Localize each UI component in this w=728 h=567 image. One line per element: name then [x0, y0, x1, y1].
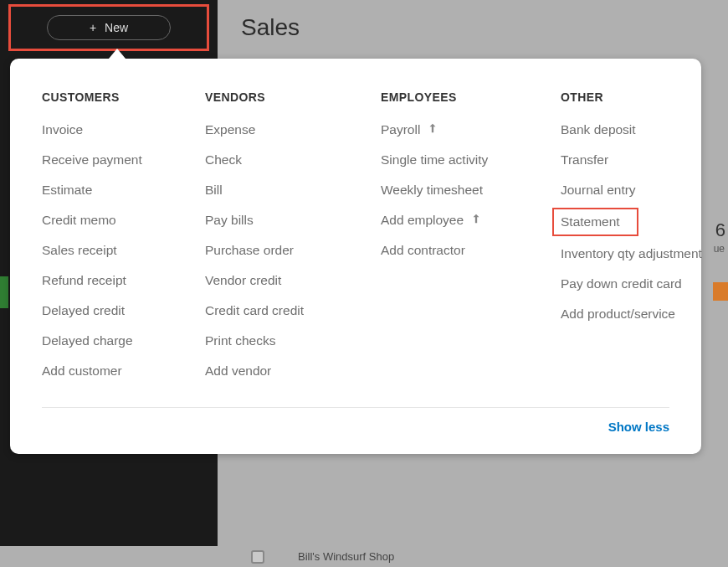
- menu-item-refund-receipt[interactable]: Refund receipt: [42, 273, 188, 288]
- column-heading-vendors: VENDORS: [205, 90, 364, 104]
- menu-item-credit-card-credit[interactable]: Credit card credit: [205, 303, 364, 318]
- menu-item-label: Add contractor: [381, 243, 465, 258]
- column-employees: EMPLOYEES PayrollSingle time activityWee…: [381, 90, 544, 379]
- menu-item-label: Print checks: [205, 333, 275, 348]
- menu-item-label: Check: [205, 152, 242, 168]
- page-header: Sales: [218, 0, 728, 55]
- menu-item-label: Credit memo: [42, 213, 116, 228]
- menu-item-label: Add employee: [381, 213, 464, 228]
- sidebar-header: + New: [0, 0, 218, 55]
- menu-item-label: Bill: [205, 183, 223, 198]
- menu-item-receive-payment[interactable]: Receive payment: [42, 152, 188, 168]
- menu-item-label: Sales receipt: [42, 243, 117, 258]
- column-customers: CUSTOMERS InvoiceReceive paymentEstimate…: [42, 90, 188, 379]
- panel-divider: [42, 407, 669, 408]
- menu-item-check[interactable]: Check: [205, 152, 364, 168]
- menu-item-label: Add product/service: [561, 307, 675, 322]
- menu-item-label: Payroll: [381, 122, 420, 137]
- sidebar-accent: [0, 276, 8, 308]
- menu-item-label: Vendor credit: [205, 273, 281, 288]
- checkbox[interactable]: [251, 550, 264, 564]
- column-heading-other: OTHER: [561, 90, 720, 104]
- menu-item-label: Expense: [205, 122, 255, 137]
- new-transaction-panel: CUSTOMERS InvoiceReceive paymentEstimate…: [10, 59, 701, 454]
- arrow-up-icon: [470, 213, 482, 228]
- menu-item-payroll[interactable]: Payroll: [381, 122, 544, 137]
- menu-item-statement[interactable]: Statement: [552, 208, 638, 236]
- menu-item-label: Weekly timesheet: [381, 183, 483, 198]
- column-other: OTHER Bank depositTransferJournal entryS…: [561, 90, 720, 379]
- menu-item-add-vendor[interactable]: Add vendor: [205, 363, 364, 379]
- menu-item-bank-deposit[interactable]: Bank deposit: [561, 122, 720, 137]
- menu-item-label: Estimate: [42, 183, 92, 198]
- menu-item-label: Add vendor: [205, 363, 271, 379]
- page-title: Sales: [241, 14, 300, 41]
- menu-item-label: Statement: [561, 214, 620, 229]
- menu-item-sales-receipt[interactable]: Sales receipt: [42, 243, 188, 258]
- menu-item-expense[interactable]: Expense: [205, 122, 364, 137]
- arrow-up-icon: [427, 122, 438, 137]
- menu-item-pay-down-credit-card[interactable]: Pay down credit card: [561, 276, 720, 291]
- menu-item-label: Single time activity: [381, 152, 488, 168]
- new-button-highlight-box: [8, 4, 209, 51]
- menu-item-purchase-order[interactable]: Purchase order: [205, 243, 364, 258]
- menu-item-add-contractor[interactable]: Add contractor: [381, 243, 544, 258]
- menu-item-label: Receive payment: [42, 152, 142, 168]
- bottom-text-1: Bill's Windsurf Shop: [298, 550, 394, 563]
- menu-item-add-product-service[interactable]: Add product/service: [561, 307, 720, 322]
- panel-caret-icon: [109, 49, 126, 59]
- menu-item-label: Refund receipt: [42, 273, 126, 288]
- menu-item-vendor-credit[interactable]: Vendor credit: [205, 273, 364, 288]
- panel-columns: CUSTOMERS InvoiceReceive paymentEstimate…: [42, 90, 669, 379]
- column-vendors: VENDORS ExpenseCheckBillPay billsPurchas…: [205, 90, 364, 379]
- menu-item-label: Delayed credit: [42, 303, 125, 318]
- menu-item-single-time-activity[interactable]: Single time activity: [381, 152, 544, 168]
- menu-item-label: Pay down credit card: [561, 276, 682, 291]
- menu-item-label: Transfer: [561, 152, 608, 168]
- menu-item-delayed-credit[interactable]: Delayed credit: [42, 303, 188, 318]
- menu-item-label: Inventory qty adjustment: [561, 246, 702, 261]
- menu-item-invoice[interactable]: Invoice: [42, 122, 188, 137]
- menu-item-add-employee[interactable]: Add employee: [381, 213, 544, 228]
- menu-item-bill[interactable]: Bill: [205, 183, 364, 198]
- menu-item-label: Purchase order: [205, 243, 294, 258]
- menu-item-pay-bills[interactable]: Pay bills: [205, 213, 364, 228]
- menu-item-label: Credit card credit: [205, 303, 304, 318]
- menu-item-delayed-charge[interactable]: Delayed charge: [42, 333, 188, 348]
- menu-item-label: Pay bills: [205, 213, 254, 228]
- menu-item-credit-memo[interactable]: Credit memo: [42, 213, 188, 228]
- menu-item-print-checks[interactable]: Print checks: [205, 333, 364, 348]
- menu-item-add-customer[interactable]: Add customer: [42, 363, 188, 379]
- show-less-link[interactable]: Show less: [608, 420, 669, 434]
- top-bar: + New Sales: [0, 0, 728, 55]
- column-heading-employees: EMPLOYEES: [381, 90, 544, 104]
- menu-item-label: Add customer: [42, 363, 122, 379]
- menu-item-journal-entry[interactable]: Journal entry: [561, 183, 720, 198]
- menu-item-label: Delayed charge: [42, 333, 133, 348]
- panel-footer: Show less: [42, 420, 669, 434]
- menu-item-estimate[interactable]: Estimate: [42, 183, 188, 198]
- menu-item-label: Journal entry: [561, 183, 636, 198]
- menu-item-label: Invoice: [42, 122, 83, 137]
- menu-item-inventory-qty-adjustment[interactable]: Inventory qty adjustment: [561, 246, 720, 261]
- menu-item-transfer[interactable]: Transfer: [561, 152, 720, 168]
- menu-item-weekly-timesheet[interactable]: Weekly timesheet: [381, 183, 544, 198]
- bottom-strip: Bill's Windsurf Shop: [0, 546, 728, 567]
- menu-item-label: Bank deposit: [561, 122, 636, 137]
- column-heading-customers: CUSTOMERS: [42, 90, 188, 104]
